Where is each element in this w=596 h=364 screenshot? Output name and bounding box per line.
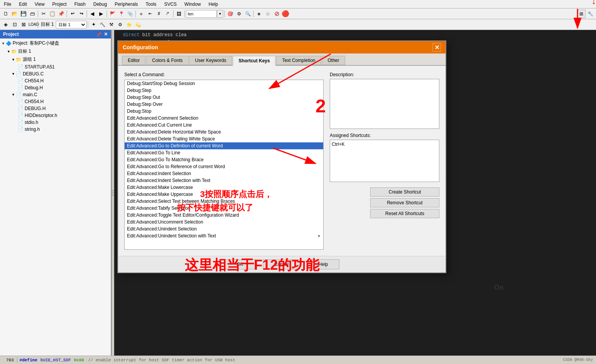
tb-dot3[interactable]: ⊘ [272, 10, 281, 18]
tb-target1[interactable]: 🎯 [226, 10, 234, 18]
config-tab-colors[interactable]: Colors & Fonts [146, 56, 188, 65]
tree-mainc[interactable]: ▼ 📄 main.C [0, 91, 111, 98]
tb-redo[interactable]: ↪ [77, 10, 85, 18]
tb-search[interactable] [186, 10, 217, 18]
tb2-t2[interactable]: 🔨 [98, 20, 107, 29]
cmd-22[interactable]: Edit:Advanced:Unindent Selection with Te… [125, 232, 323, 239]
resize-handle2[interactable] [112, 30, 114, 356]
tb-copy[interactable]: 📋 [48, 10, 57, 18]
tb-target2[interactable]: ⚙ [235, 10, 243, 18]
cmd-1[interactable]: Debug:Step [125, 87, 323, 94]
tb-c2[interactable]: /* [164, 10, 172, 18]
cmd-0[interactable]: Debug:Start/Stop Debug Session [125, 80, 323, 87]
cmd-12[interactable]: Edit:Advanced:Go to Reference of current… [125, 163, 323, 170]
cmd-9-selected[interactable]: Edit:Advanced:Go to Definition of curren… [125, 142, 323, 149]
config-cancel-btn[interactable]: Cancel [263, 259, 299, 269]
tb2-b3[interactable]: ⊠ [19, 20, 28, 29]
tree-target[interactable]: ▼ 📁 目标 1 [0, 47, 111, 55]
cmd-20[interactable]: Edit:Advanced:Uncomment Selection [125, 219, 323, 225]
config-tab-shortcut[interactable]: Shortcut Keys [233, 56, 275, 66]
cmd-11[interactable]: Edit:Advanced:Go To Matching Brace [125, 156, 323, 163]
menu2-debug[interactable]: Debug [90, 1, 111, 8]
tb-i1[interactable]: ≡ [137, 10, 145, 18]
menu2-project[interactable]: Project [48, 1, 70, 8]
cmd-16[interactable]: Edit:Advanced:Make Uppercase [125, 191, 323, 198]
tb-cut[interactable]: ✂ [39, 10, 48, 18]
cmd-17[interactable]: Edit:Advanced:Select Text between Matchi… [125, 198, 323, 205]
menu2-flash[interactable]: Flash [70, 1, 89, 8]
tree-sourcegroup[interactable]: ▼ 📁 源组 1 [0, 55, 111, 63]
tb-i2[interactable]: ⇤ [146, 10, 154, 18]
cmd-18[interactable]: Edit:Advanced:Tabify Selection [125, 205, 323, 212]
tb2-t6[interactable]: 💫 [134, 20, 142, 29]
tb2-b1[interactable]: ◈ [2, 20, 10, 29]
sidebar2-pin-icon[interactable]: 📌 [97, 32, 101, 37]
tb-img[interactable]: 🖼 [175, 10, 183, 18]
tree-debugh-2[interactable]: 📄 DEBUG.H [0, 105, 111, 112]
tb2-b4[interactable]: LOAD [28, 20, 37, 29]
tb-layout[interactable]: ⊞ [577, 10, 586, 18]
create-shortcut-btn2[interactable]: Create Shortcut [370, 187, 439, 197]
remove-shortcut-btn2[interactable]: Remove Shortcut [370, 198, 439, 207]
tree-startup[interactable]: 📄 STARTUP.A51 [0, 63, 111, 70]
tb2-magic[interactable]: ✦ [89, 20, 98, 29]
tree-string[interactable]: 📄 string.h [0, 126, 111, 133]
tb-undo[interactable]: ↩ [68, 10, 77, 18]
menu2-svcs[interactable]: SVCS [160, 1, 181, 8]
tb-open[interactable]: 📂 [10, 10, 19, 18]
tb2-t3[interactable]: ⚒ [107, 20, 115, 29]
tb-dot2[interactable]: ○ [264, 10, 272, 18]
tree-hiddesc[interactable]: 📄 HIDDescriptor.h [0, 112, 111, 119]
tb-b2[interactable]: 📍 [117, 10, 125, 18]
tb-fwd[interactable]: ▶ [97, 10, 105, 18]
menu2-edit[interactable]: Edit [15, 1, 31, 8]
cmd-2[interactable]: Debug:Step Out [125, 94, 323, 101]
tb-dot4[interactable]: 🔴 [281, 10, 290, 18]
tb-b1[interactable]: 🚩 [108, 10, 117, 18]
config-tab-completion[interactable]: Text Completion [276, 56, 321, 65]
tb2-t4[interactable]: ⚙ [116, 20, 124, 29]
tb-back[interactable]: ◀ [88, 10, 97, 18]
tb-find[interactable]: 🔍 [244, 10, 252, 18]
target2-select[interactable]: 目标 1 [56, 21, 87, 28]
config-close-btn[interactable]: ✕ [432, 43, 441, 52]
tb-wrench[interactable]: 🔧 [586, 10, 594, 18]
config-ok-btn[interactable]: OK [224, 259, 255, 269]
cmd-21[interactable]: Edit:Advanced:Unindent Selection [125, 225, 323, 232]
sidebar2-close-icon[interactable]: ✕ [104, 32, 108, 37]
config-help-btn[interactable]: Help [307, 259, 339, 269]
cmd-19[interactable]: Edit:Advanced:Toggle Text Editor/Configu… [125, 212, 323, 219]
cmd-8[interactable]: Edit:Advanced:Delete Trailing White Spac… [125, 135, 323, 142]
cmd-3[interactable]: Debug:Step Over [125, 101, 323, 108]
cmd-5[interactable]: Edit:Advanced:Comment Selection [125, 115, 323, 122]
cmd-list-scroll[interactable]: Debug:Start/Stop Debug Session Debug:Ste… [125, 80, 323, 249]
tree-ch554h-1[interactable]: 📄 CH554.H [0, 77, 111, 84]
menu2-help[interactable]: Help [205, 1, 222, 8]
cmd-15[interactable]: Edit:Advanced:Make Lowercase [125, 184, 323, 191]
reset-shortcuts-btn2[interactable]: Reset All Shortcuts [370, 209, 439, 218]
cmd-14[interactable]: Edit:Advanced:Indent Selection with Text [125, 177, 323, 184]
cmd-13[interactable]: Edit:Advanced:Indent Selection [125, 170, 323, 177]
menu2-window[interactable]: Window [180, 1, 205, 8]
cmd-7[interactable]: Edit:Advanced:Delete Horizontal White Sp… [125, 129, 323, 135]
menu2-tools[interactable]: Tools [142, 1, 160, 8]
menu2-view[interactable]: View [31, 1, 48, 8]
menu2-file[interactable]: File [0, 1, 15, 8]
tree-ch554h-2[interactable]: 📄 CH554.H [0, 98, 111, 105]
cmd-6[interactable]: Edit:Advanced:Cut Current Line [125, 122, 323, 129]
config-tab-other[interactable]: Other [322, 56, 345, 65]
tb-paste[interactable]: 📌 [57, 10, 65, 18]
tb-search-drop[interactable]: ▼ [217, 10, 223, 18]
config-tab-editor[interactable]: Editor [122, 56, 145, 65]
tb-dot1[interactable]: ● [255, 10, 263, 18]
tree-stdio[interactable]: 📄 stdio.h [0, 119, 111, 126]
tb-new[interactable]: 🗋 [2, 10, 10, 18]
config-tab-keywords[interactable]: User Keywords [189, 56, 232, 65]
tb-c1[interactable]: // [155, 10, 163, 18]
cmd-10[interactable]: Edit:Advanced:Go To Line [125, 149, 323, 156]
tree-debugc[interactable]: ▼ 📄 DEBUG.C [0, 70, 111, 77]
tb-b3[interactable]: 📎 [126, 10, 134, 18]
tb-saveall[interactable]: 🗃 [28, 10, 37, 18]
tb-save[interactable]: 💾 [19, 10, 28, 18]
tree-debugh-1[interactable]: 📄 Debug.H [0, 84, 111, 91]
